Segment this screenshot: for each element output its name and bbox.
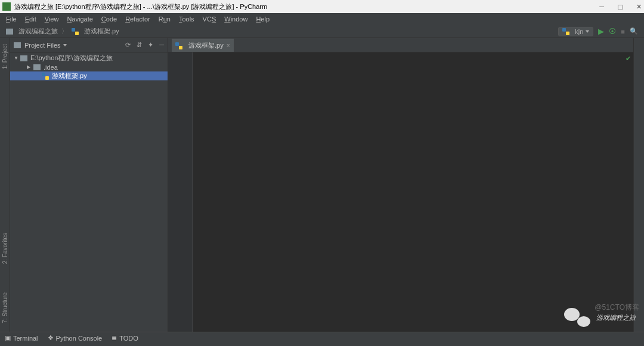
menu-view[interactable]: View <box>41 14 63 24</box>
tree-label: 游戏框架.py <box>52 71 87 80</box>
folder-icon <box>33 64 41 70</box>
main-menu: FFileile Edit View Navigate Code Refacto… <box>0 13 644 25</box>
menu-navigate[interactable]: Navigate <box>63 14 96 24</box>
close-icon[interactable]: × <box>227 42 230 49</box>
python-icon <box>562 28 569 35</box>
editor-tabbar: 游戏框架.py × <box>168 38 633 52</box>
tree-label: E:\python程序\游戏编程之旅 <box>30 54 113 63</box>
scroll-from-source-icon[interactable]: ⟳ <box>125 41 131 49</box>
inspection-ok-icon[interactable]: ✔ <box>626 55 631 63</box>
chevron-down-icon[interactable] <box>63 44 67 46</box>
project-tree[interactable]: ▼E:\python程序\游戏编程之旅▶.idea游戏框架.py <box>10 52 168 332</box>
menu-run[interactable]: Run <box>155 14 174 24</box>
menu-window[interactable]: Window <box>221 14 251 24</box>
python-file-icon <box>175 42 182 49</box>
breadcrumb-sep: 〉 <box>61 27 68 36</box>
window-titlebar: 游戏编程之旅 [E:\python程序\游戏编程之旅] - ...\游戏框架.p… <box>0 0 644 13</box>
maximize-button[interactable]: ▢ <box>617 3 623 11</box>
structure-tool-button[interactable]: 7: Structure <box>2 290 8 326</box>
app-icon <box>2 2 11 11</box>
tree-row[interactable]: ▶.idea <box>10 63 168 71</box>
menu-edit[interactable]: Edit <box>21 14 40 24</box>
menu-help[interactable]: Help <box>252 14 273 24</box>
tree-label: .idea <box>44 64 58 71</box>
run-config-selector[interactable]: kjn <box>558 27 593 36</box>
favorites-tool-button[interactable]: 2: Favorites <box>2 230 8 266</box>
breadcrumb-root[interactable]: 游戏编程之旅 <box>18 27 58 36</box>
folder-icon <box>20 55 27 61</box>
editor-tab-label: 游戏框架.py <box>188 41 224 50</box>
code-editor[interactable]: ✔ <box>168 52 633 332</box>
right-tool-strip <box>633 38 644 332</box>
terminal-tool-button[interactable]: ▣ Terminal <box>5 334 38 342</box>
menu-tools[interactable]: Tools <box>175 14 198 24</box>
menu-refactor[interactable]: Refactor <box>122 14 154 24</box>
search-button[interactable]: 🔍 <box>630 27 638 35</box>
python-file-icon <box>72 28 79 35</box>
breadcrumb-file[interactable]: 游戏框架.py <box>84 27 119 36</box>
debug-button[interactable]: ⦿ <box>609 27 616 36</box>
project-tool-button[interactable]: 1: Project <box>2 42 8 71</box>
left-tool-strip: 1: Project 2: Favorites 7: Structure <box>0 38 10 332</box>
minimize-button[interactable]: ─ <box>599 3 604 11</box>
breadcrumb[interactable]: 游戏编程之旅 〉 游戏框架.py <box>6 27 119 36</box>
project-panel: Project Files ⟳ ⇵ ✦ ─ ▼E:\python程序\游戏编程之… <box>10 38 168 332</box>
project-panel-header: Project Files ⟳ ⇵ ✦ ─ <box>10 38 168 52</box>
navigation-bar: 游戏编程之旅 〉 游戏框架.py kjn ▶ ⦿ ■ 🔍 <box>0 25 644 38</box>
project-panel-title[interactable]: Project Files <box>24 42 61 49</box>
status-bar: ☐ IDE and Plugin Updates: PyCharm is rea… <box>0 344 644 346</box>
menu-file[interactable]: FFileile <box>2 14 20 24</box>
collapse-all-icon[interactable]: ⇵ <box>137 41 142 49</box>
expander-icon[interactable]: ▼ <box>14 55 18 61</box>
run-config-name: kjn <box>575 28 583 35</box>
close-button[interactable]: ✕ <box>636 3 642 11</box>
expander-icon[interactable]: ▶ <box>27 64 32 70</box>
editor-area: 游戏框架.py × ✔ <box>168 38 633 332</box>
folder-icon <box>6 29 13 35</box>
menu-code[interactable]: Code <box>98 14 120 24</box>
editor-gutter <box>168 52 193 332</box>
stop-button[interactable]: ■ <box>621 28 625 35</box>
python-console-tool-button[interactable]: ❖ Python Console <box>48 334 103 342</box>
bottom-tool-strip: ▣ Terminal ❖ Python Console ≣ TODO <box>0 332 644 344</box>
gear-icon[interactable]: ✦ <box>148 41 153 49</box>
window-title: 游戏编程之旅 [E:\python程序\游戏编程之旅] - ...\游戏框架.p… <box>14 2 599 11</box>
menu-vcs[interactable]: VCS <box>199 14 220 24</box>
tree-row[interactable]: 游戏框架.py <box>10 71 168 80</box>
hide-icon[interactable]: ─ <box>159 41 164 49</box>
chevron-down-icon <box>586 30 589 33</box>
editor-tab[interactable]: 游戏框架.py × <box>172 39 234 52</box>
run-button[interactable]: ▶ <box>598 27 604 36</box>
python-file-icon <box>42 73 49 80</box>
tree-row[interactable]: ▼E:\python程序\游戏编程之旅 <box>10 54 168 63</box>
folder-icon <box>14 42 21 48</box>
todo-tool-button[interactable]: ≣ TODO <box>112 334 138 342</box>
